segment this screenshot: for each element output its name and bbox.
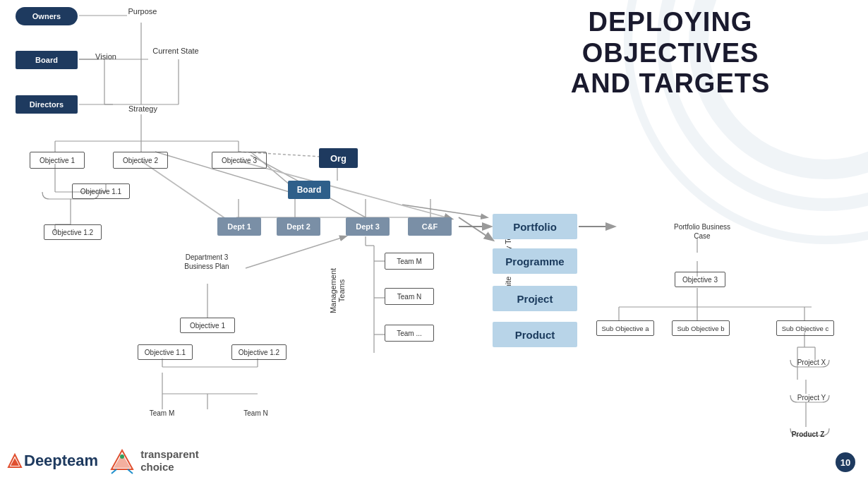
product-z-label: Product Z: [783, 430, 833, 438]
transparent-choice-logo: transparentchoice: [108, 447, 199, 475]
directors-box: Directors: [16, 95, 78, 114]
current-state-label: Current State: [148, 47, 203, 55]
far-right-obj3-box: Objective 3: [675, 272, 725, 287]
svg-line-39: [402, 205, 487, 217]
cf-box: C&F: [408, 217, 452, 236]
vision-label: Vision: [88, 52, 123, 61]
project-y-label: Project Y: [790, 394, 833, 402]
portfolio-bc-label: Portfolio BusinessCase: [670, 222, 734, 241]
svg-line-65: [239, 161, 452, 219]
sub-obj-a-box: Sub Objective a: [596, 320, 654, 336]
page-title: DEPLOYING OBJECTIVES AND TARGETS: [501, 7, 840, 100]
project-x-label: Project X: [790, 359, 833, 366]
dept2-box: Dept 2: [277, 217, 320, 236]
board-center-box: Board: [288, 181, 330, 199]
objective1-1-box: Objective 1.1: [72, 183, 130, 199]
board-left-box: Board: [16, 51, 78, 69]
dept3-bp-label: Department 3Business Plan: [175, 253, 239, 271]
deepteam-icon: [7, 453, 23, 469]
objective2-box: Objective 2: [113, 152, 168, 169]
tc-icon: [108, 447, 136, 475]
deepteam-logo: Deepteam: [7, 452, 98, 470]
dept3-box: Dept 3: [346, 217, 390, 236]
title-area: DEPLOYING OBJECTIVES AND TARGETS: [501, 7, 840, 100]
programme-box: Programme: [493, 248, 577, 274]
bottom-team-m-label: Team M: [139, 409, 185, 417]
sub-obj-c-box: Sub Objective c: [776, 320, 834, 336]
team-dots-center-box: Team ...: [385, 325, 434, 342]
bottom-obj1-box: Objective 1: [180, 318, 235, 333]
owners-box: Owners: [16, 7, 78, 25]
team-n-center-box: Team N: [385, 288, 434, 305]
project-box: Project: [493, 286, 577, 311]
deepteam-text: Deepteam: [24, 452, 98, 470]
objective1-2-box: Objective 1.2: [44, 224, 102, 240]
bottom-team-n-label: Team N: [233, 409, 279, 417]
objective1-box: Objective 1: [30, 152, 85, 169]
bottom-obj1-1-box: Objective 1.1: [138, 344, 193, 360]
sub-obj-b-box: Sub Objective b: [672, 320, 730, 336]
svg-line-64: [141, 161, 226, 219]
bottom-obj1-2-box: Objective 1.2: [231, 344, 287, 360]
page-number: 10: [836, 452, 855, 472]
org-box: Org: [319, 148, 358, 168]
objective3-box: Objective 3: [212, 152, 267, 169]
svg-point-72: [120, 454, 124, 459]
purpose-label: Purpose: [121, 7, 164, 16]
transparent-choice-text: transparentchoice: [140, 448, 199, 474]
logo-area: Deepteam transparentchoice: [7, 447, 199, 475]
strategy-label: Strategy: [120, 104, 166, 113]
management-teams-label: ManagementTeams: [329, 255, 346, 326]
team-m-center-box: Team M: [385, 253, 434, 270]
portfolio-box: Portfolio: [493, 214, 577, 239]
dept1-box: Dept 1: [217, 217, 261, 236]
product-box: Product: [493, 322, 577, 347]
svg-line-40: [459, 217, 493, 240]
